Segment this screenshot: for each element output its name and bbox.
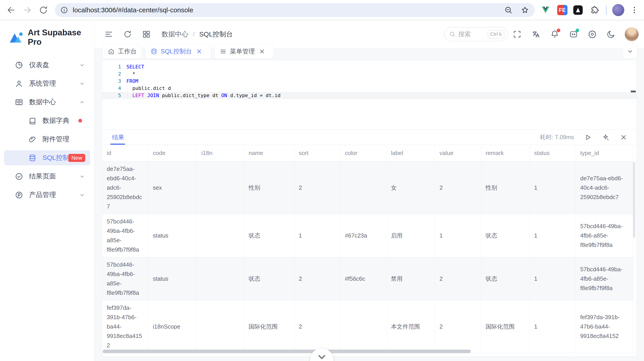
translate-icon[interactable] <box>531 29 540 39</box>
url-text[interactable]: localhost:3006/#/data-center/sql-console <box>73 6 496 14</box>
cell-id: 57bcd446-49ba-4fb6-a85e-f8e9fb7f9f8a <box>102 214 148 257</box>
sidebar: Art Supabase Pro 仪表盘系统管理数据中心数据字典附件管理SQL控… <box>0 20 94 361</box>
elapsed-time: 耗时: 7.09ms <box>540 133 574 141</box>
code-line-5[interactable]: 5 LEFT JOIN public.dict_type dt ON d.typ… <box>102 92 636 99</box>
sidebar-item-7[interactable]: 产品管理 <box>0 186 94 204</box>
sidebar-item-4[interactable]: 附件管理 <box>0 130 94 148</box>
refresh-page-icon[interactable] <box>123 30 132 39</box>
tab-label: 菜单管理 <box>230 47 255 56</box>
close-tab-icon[interactable] <box>258 48 266 55</box>
cell-label: 禁用 <box>386 257 435 300</box>
cell-i18n <box>197 161 244 214</box>
address-bar[interactable]: localhost:3006/#/data-center/sql-console <box>55 3 535 17</box>
tab-0[interactable]: 工作台 <box>102 44 142 59</box>
bell-badge-dot <box>557 29 560 32</box>
run-query-icon[interactable] <box>584 133 592 141</box>
tab-2[interactable]: 菜单管理 <box>214 44 274 59</box>
assistant-chat-icon[interactable] <box>569 29 578 39</box>
global-search-input[interactable]: 搜索 Ctrl k <box>444 27 508 41</box>
code-line-2[interactable]: 2 * <box>102 70 636 78</box>
format-magic-icon[interactable] <box>602 133 610 141</box>
cell-color: #67c23a <box>340 214 386 257</box>
cell-status: 1 <box>530 161 576 214</box>
tab-label: SQL控制台 <box>161 47 192 56</box>
cell-label: 本文件范围 <box>386 300 435 353</box>
cell-label: 启用 <box>386 214 435 257</box>
vertical-scrollbar[interactable] <box>633 162 635 238</box>
cell-value: 2 <box>435 300 481 353</box>
column-header-i18n: i18n <box>197 145 244 161</box>
settings-gear-icon[interactable] <box>588 29 597 39</box>
browser-profile-avatar[interactable] <box>612 4 624 16</box>
cell-value: 1 <box>435 214 481 257</box>
sidebar-item-0[interactable]: 仪表盘 <box>0 56 94 74</box>
cell-code: i18nScope <box>148 300 197 353</box>
code-line-3[interactable]: 3FROM <box>102 78 636 85</box>
code-text: public.dict d <box>126 85 171 92</box>
cell-name: 国际化范围 <box>244 300 294 353</box>
line-number: 2 <box>102 70 121 78</box>
code-line-1[interactable]: 1SELECT <box>102 63 636 70</box>
bookmark-star-icon[interactable] <box>520 5 530 14</box>
horizontal-scrollbar[interactable] <box>103 350 471 353</box>
sidebar-item-6[interactable]: 结果页面 <box>0 167 94 186</box>
sql-console-panel: 1SELECT2 *3FROM4 public.dict d5 LEFT JOI… <box>102 60 637 357</box>
results-table-body: de7e75aa-ebd6-40c4-adc6-25902b8ebdc7sex性… <box>102 161 636 353</box>
extensions-puzzle-icon[interactable] <box>590 5 599 15</box>
fullscreen-icon[interactable] <box>512 29 522 39</box>
cell-remark: 性别 <box>481 161 530 214</box>
cell-remark: 状态 <box>481 257 530 300</box>
browser-back-icon[interactable] <box>6 5 16 15</box>
code-text: * <box>126 70 136 78</box>
sidebar-item-5[interactable]: SQL控制台New <box>4 150 90 165</box>
chevron-down-icon <box>79 192 85 198</box>
cell-type_id: 57bcd446-49ba-4fb6-a85e-f8e9fb7f9f8a <box>576 257 633 300</box>
cell-id: de7e75aa-ebd6-40c4-adc6-25902b8ebdc7 <box>102 161 148 214</box>
sidebar-item-2[interactable]: 数据中心 <box>0 93 94 111</box>
sidebar-item-label: 产品管理 <box>29 190 56 200</box>
app-logo[interactable]: Art Supabase Pro <box>0 20 94 47</box>
fe-extension-icon[interactable]: FE <box>557 5 568 15</box>
editor-overview-ruler <box>631 91 636 92</box>
cell-status: 1 <box>530 300 576 353</box>
row-gutter <box>633 257 637 300</box>
app-title: Art Supabase Pro <box>28 28 94 47</box>
sidebar-item-label: 数据字典 <box>42 116 69 125</box>
site-info-icon[interactable] <box>60 6 68 14</box>
column-header-value: value <box>435 145 481 161</box>
sidebar-item-3[interactable]: 数据字典 <box>0 111 94 130</box>
header-gutter <box>633 145 637 161</box>
tabs-overflow-button[interactable] <box>623 44 637 59</box>
column-header-sort: sort <box>294 145 340 161</box>
code-text: FROM <box>126 78 138 85</box>
collapse-sidebar-icon[interactable] <box>104 30 113 39</box>
cell-code: status <box>148 257 197 300</box>
cell-color <box>340 161 386 214</box>
dark-mode-moon-icon[interactable] <box>606 29 616 39</box>
tab-1[interactable]: SQL控制台 <box>145 44 211 59</box>
toolbar-divider <box>606 6 607 15</box>
column-header-type_id: type_id <box>576 145 633 161</box>
breadcrumb-parent[interactable]: 数据中心 <box>162 30 188 39</box>
apps-grid-icon[interactable] <box>142 30 151 39</box>
results-tab[interactable]: 结果 <box>112 130 124 145</box>
black-app-extension-icon[interactable] <box>573 5 583 15</box>
zoom-out-icon[interactable] <box>504 5 513 14</box>
close-tab-icon[interactable] <box>196 48 203 55</box>
sql-editor[interactable]: 1SELECT2 *3FROM4 public.dict d5 LEFT JOI… <box>102 60 636 130</box>
cell-sort: 2 <box>294 300 340 353</box>
chevron-down-icon <box>79 173 85 180</box>
table-row-1: 57bcd446-49ba-4fb6-a85e-f8e9fb7f9f8astat… <box>102 214 636 257</box>
chevron-up-icon <box>79 99 85 105</box>
sidebar-item-1[interactable]: 系统管理 <box>0 74 94 93</box>
cell-i18n <box>197 300 244 353</box>
vue-devtools-extension-icon[interactable] <box>541 5 550 15</box>
code-line-4[interactable]: 4 public.dict d <box>102 85 636 92</box>
user-avatar[interactable] <box>625 27 639 41</box>
close-results-icon[interactable] <box>620 133 628 141</box>
cell-name: 状态 <box>244 257 294 300</box>
browser-forward-icon[interactable] <box>22 5 32 15</box>
browser-reload-icon[interactable] <box>38 5 48 15</box>
notifications-bell-icon[interactable] <box>550 29 560 39</box>
browser-menu-icon[interactable] <box>630 5 639 15</box>
